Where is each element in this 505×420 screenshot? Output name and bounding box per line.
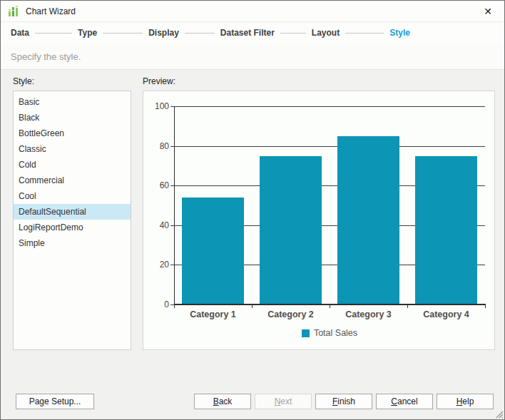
step-connector xyxy=(103,33,143,34)
resize-grip-icon[interactable] xyxy=(494,409,504,419)
x-tick-mark xyxy=(330,304,330,308)
subtitle-bar: Specify the style. xyxy=(1,43,504,70)
preview-label: Preview: xyxy=(143,76,175,86)
style-option-defaultsequential[interactable]: DefaultSequential xyxy=(14,204,131,220)
category-label: Category 3 xyxy=(330,309,407,319)
style-list[interactable]: Basic Black BottleGreen Classic Cold Com… xyxy=(13,91,131,350)
wizard-steps: Data Type Display Dataset Filter Layout … xyxy=(1,22,504,43)
chart-bar xyxy=(260,156,322,304)
step-style[interactable]: Style xyxy=(389,28,410,38)
y-tick-label: 20 xyxy=(148,260,169,270)
style-option-classic[interactable]: Classic xyxy=(14,141,131,157)
step-data[interactable]: Data xyxy=(11,28,29,38)
back-button[interactable]: Back xyxy=(194,394,251,409)
step-layout[interactable]: Layout xyxy=(312,28,340,38)
y-axis-line xyxy=(174,106,175,304)
style-option-basic[interactable]: Basic xyxy=(14,94,131,110)
window-title: Chart Wizard xyxy=(26,6,76,16)
chart-bar xyxy=(182,198,244,304)
chart-gridline xyxy=(174,146,485,147)
main-area: Style: Preview: Basic Black BottleGreen … xyxy=(1,70,504,419)
cancel-button[interactable]: Cancel xyxy=(376,394,433,409)
chart-legend: Total Sales xyxy=(174,328,485,338)
y-tick-label: 100 xyxy=(148,101,169,111)
y-tick-label: 0 xyxy=(148,299,169,309)
step-type[interactable]: Type xyxy=(78,28,97,38)
style-option-simple[interactable]: Simple xyxy=(14,235,131,251)
chart-gridline xyxy=(174,106,485,107)
step-dataset-filter[interactable]: Dataset Filter xyxy=(220,28,275,38)
y-tick-label: 80 xyxy=(148,141,169,151)
category-label: Category 4 xyxy=(407,309,485,319)
finish-button[interactable]: Finish xyxy=(315,394,372,409)
category-label: Category 1 xyxy=(174,309,252,319)
style-option-cool[interactable]: Cool xyxy=(14,188,131,204)
next-button: Next xyxy=(255,394,312,409)
style-option-commercial[interactable]: Commercial xyxy=(14,173,131,188)
step-connector xyxy=(35,33,72,34)
y-tick-label: 40 xyxy=(148,220,169,230)
x-tick-mark xyxy=(485,304,486,308)
title-bar: Chart Wizard ✕ xyxy=(1,1,504,22)
style-option-black[interactable]: Black xyxy=(14,110,131,126)
style-option-bottlegreen[interactable]: BottleGreen xyxy=(14,126,131,141)
page-setup-button[interactable]: Page Setup... xyxy=(16,394,94,409)
legend-label: Total Sales xyxy=(314,328,357,338)
category-label: Category 2 xyxy=(252,309,330,319)
step-connector xyxy=(280,33,306,34)
style-option-logireportdemo[interactable]: LogiReportDemo xyxy=(14,220,131,235)
step-connector xyxy=(345,33,384,34)
style-option-cold[interactable]: Cold xyxy=(14,157,131,173)
x-tick-mark xyxy=(252,304,252,308)
chart-bar xyxy=(337,136,399,304)
x-tick-mark xyxy=(174,304,175,308)
legend-swatch xyxy=(302,329,310,337)
chart-preview: 020406080100Category 1Category 2Category… xyxy=(143,91,495,350)
step-display[interactable]: Display xyxy=(148,28,179,38)
chart-wizard-dialog: Chart Wizard ✕ Data Type Display Dataset… xyxy=(0,0,505,420)
step-description: Specify the style. xyxy=(11,51,81,62)
step-connector xyxy=(185,33,215,34)
x-tick-mark xyxy=(407,304,408,308)
help-button[interactable]: Help xyxy=(437,394,494,409)
chart-wizard-app-icon xyxy=(8,5,20,17)
close-icon[interactable]: ✕ xyxy=(479,2,497,21)
style-list-label: Style: xyxy=(13,76,34,86)
chart-bar xyxy=(415,156,477,304)
y-tick-label: 60 xyxy=(148,180,169,190)
